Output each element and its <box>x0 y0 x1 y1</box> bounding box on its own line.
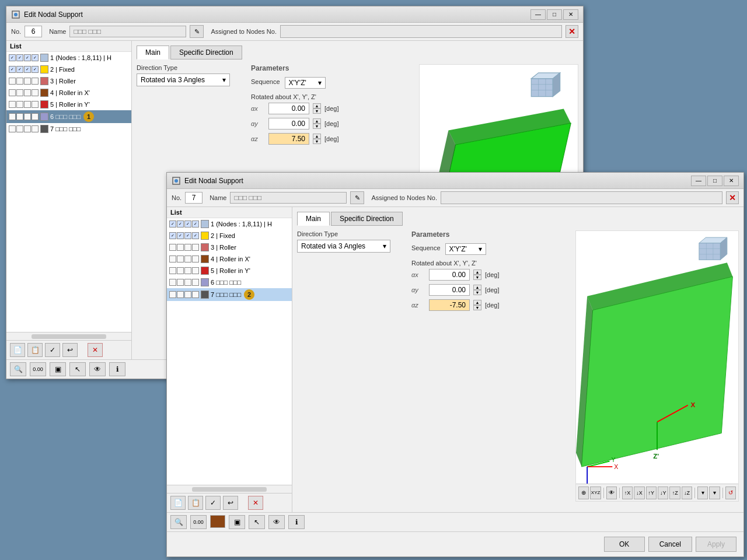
vt-reset-btn[interactable]: ↺ <box>725 487 736 499</box>
front-delete-btn[interactable]: ✕ <box>248 496 263 510</box>
front-select-btn[interactable]: ▣ <box>229 515 245 529</box>
list-item[interactable]: 3 | Roller <box>6 75 131 87</box>
list-item[interactable]: 5 | Roller in Y' <box>6 99 131 110</box>
check-item-btn[interactable]: ✓ <box>45 343 60 357</box>
vt-rotx-neg-btn[interactable]: ↓X <box>634 487 644 499</box>
apply-btn[interactable]: Apply <box>696 537 736 552</box>
vt-rotz-neg-btn[interactable]: ↓Z <box>682 487 692 499</box>
front-num-btn[interactable]: 0.00 <box>190 515 207 529</box>
front-scrollbar[interactable] <box>167 485 292 493</box>
front-view-toolbar: ⊕ XYZ 👁 ↑X ↓X ↑Y ↓Y ↑Z ↓Z ▾ <box>576 484 738 501</box>
az-up-btn[interactable]: ▲ <box>313 134 321 139</box>
front-ay-up[interactable]: ▲ <box>473 285 481 290</box>
vt-snap-btn[interactable]: ⊕ <box>578 487 589 499</box>
ay-down-btn[interactable]: ▼ <box>313 124 321 129</box>
list-item[interactable]: ✓ ✓ ✓ ✓ 1 (Nodes : 1,8,11) | H <box>6 52 131 64</box>
list-item[interactable]: 5 | Roller in Y' <box>167 265 292 276</box>
front-close-btn[interactable]: ✕ <box>724 176 739 186</box>
front-copy-btn[interactable]: 📋 <box>188 496 203 510</box>
front-topbar: No. 7 Name □□□ □□□ ✎ Assigned to Nodes N… <box>167 189 743 207</box>
main-close-btn[interactable]: ✕ <box>563 9 578 20</box>
front-ay-spin: ▲ ▼ <box>473 285 481 295</box>
front-direction-dropdown[interactable]: Rotated via 3 Angles ▾ <box>297 240 390 253</box>
list-item[interactable]: 7 □□□ □□□ <box>6 123 131 135</box>
main-clear-btn[interactable]: ✕ <box>566 25 578 38</box>
front-list-toolbar: 📄 📋 ✓ ↩ ✕ <box>167 493 292 512</box>
front-name-field[interactable]: □□□ □□□ <box>230 192 347 204</box>
list-item[interactable]: 3 | Roller <box>167 242 292 253</box>
front-minimize-btn[interactable]: — <box>691 176 706 186</box>
main-eye-btn[interactable]: 👁 <box>89 362 106 376</box>
main-maximize-btn[interactable]: □ <box>547 9 562 20</box>
front-check-btn[interactable]: ✓ <box>205 496 221 510</box>
main-az-input[interactable] <box>268 133 309 145</box>
vt-more2-btn[interactable]: ▾ <box>709 487 720 499</box>
main-seq-dropdown[interactable]: X'Y'Z' ▾ <box>285 77 326 89</box>
front-az-input[interactable] <box>429 299 470 311</box>
tab-main[interactable]: Main <box>137 46 169 60</box>
front-ax-up[interactable]: ▲ <box>473 270 481 275</box>
front-az-up[interactable]: ▲ <box>473 300 481 305</box>
front-uncheck-btn[interactable]: ↩ <box>223 496 238 510</box>
az-down-btn[interactable]: ▼ <box>313 139 321 144</box>
list-item[interactable]: 4 | Roller in X' <box>167 253 292 265</box>
list-item[interactable]: 6 □□□ □□□ <box>167 276 292 288</box>
list-item[interactable]: ✓ ✓ ✓ ✓ 2 | Fixed <box>167 230 292 242</box>
vt-roty-neg-btn[interactable]: ↓Y <box>658 487 668 499</box>
front-az-down[interactable]: ▼ <box>473 305 481 310</box>
main-info-btn[interactable]: ℹ <box>109 362 125 376</box>
main-scrollbar[interactable] <box>6 332 131 340</box>
front-cursor-btn[interactable]: ↖ <box>249 515 265 529</box>
main-num-btn[interactable]: 0.00 <box>30 362 46 376</box>
main-titlebar: Edit Nodal Support — □ ✕ <box>6 6 583 23</box>
vt-rotx-pos-btn[interactable]: ↑X <box>622 487 633 499</box>
front-search-btn[interactable]: 🔍 <box>170 515 187 529</box>
vt-rotz-pos-btn[interactable]: ↑Z <box>669 487 680 499</box>
main-cursor-btn[interactable]: ↖ <box>69 362 86 376</box>
vt-axis-btn[interactable]: XYZ <box>590 487 601 499</box>
vt-eye-btn[interactable]: 👁 <box>606 487 617 499</box>
front-tab-specific[interactable]: Specific Direction <box>331 212 403 226</box>
cancel-btn[interactable]: Cancel <box>648 537 692 552</box>
list-item-label: 2 | Fixed <box>50 66 75 73</box>
front-new-btn[interactable]: 📄 <box>170 496 186 510</box>
tab-specific[interactable]: Specific Direction <box>170 46 242 60</box>
front-ay-input[interactable] <box>429 284 470 296</box>
check-icon <box>16 89 23 96</box>
main-search-btn[interactable]: 🔍 <box>10 362 26 376</box>
front-color-btn[interactable] <box>210 515 225 528</box>
vt-more-btn[interactable]: ▾ <box>697 487 708 499</box>
ax-down-btn[interactable]: ▼ <box>313 108 321 114</box>
badge-1: 1 <box>83 111 94 122</box>
main-edit-btn[interactable]: ✎ <box>190 25 204 38</box>
front-ax-input[interactable] <box>429 269 470 281</box>
delete-item-btn[interactable]: ✕ <box>88 343 103 357</box>
front-ay-down[interactable]: ▼ <box>473 290 481 295</box>
copy-item-btn[interactable]: 📋 <box>27 343 43 357</box>
front-tab-main[interactable]: Main <box>297 212 330 226</box>
front-seq-dropdown[interactable]: X'Y'Z' ▾ <box>445 243 486 255</box>
front-eye-btn[interactable]: 👁 <box>268 515 285 529</box>
front-maximize-btn[interactable]: □ <box>707 176 722 186</box>
main-minimize-btn[interactable]: — <box>530 9 546 20</box>
front-edit-btn[interactable]: ✎ <box>350 191 364 204</box>
front-info-btn[interactable]: ℹ <box>288 515 305 529</box>
ok-btn[interactable]: OK <box>604 537 645 552</box>
vt-roty-pos-btn[interactable]: ↑Y <box>646 487 657 499</box>
list-item[interactable]: ✓ ✓ ✓ ✓ 2 | Fixed <box>6 64 131 75</box>
list-item[interactable]: 6 □□□ □□□ 1 <box>6 110 131 123</box>
new-item-btn[interactable]: 📄 <box>10 343 25 357</box>
ax-up-btn[interactable]: ▲ <box>313 103 321 108</box>
main-name-field[interactable]: □□□ □□□ <box>69 26 186 37</box>
list-item[interactable]: 4 | Roller in X' <box>6 87 131 99</box>
list-item[interactable]: ✓ ✓ ✓ ✓ 1 (Nodes : 1,8,11) | H <box>167 218 292 230</box>
main-ay-input[interactable] <box>268 118 309 130</box>
main-select-btn[interactable]: ▣ <box>50 362 66 376</box>
front-clear-btn[interactable]: ✕ <box>726 191 739 204</box>
uncheck-item-btn[interactable]: ↩ <box>62 343 78 357</box>
ay-up-btn[interactable]: ▲ <box>313 118 321 124</box>
main-ax-input[interactable] <box>268 103 309 114</box>
main-direction-dropdown[interactable]: Rotated via 3 Angles ▾ <box>137 74 230 86</box>
list-item[interactable]: 7 □□□ □□□ 2 <box>167 288 292 301</box>
front-ax-down[interactable]: ▼ <box>473 275 481 280</box>
